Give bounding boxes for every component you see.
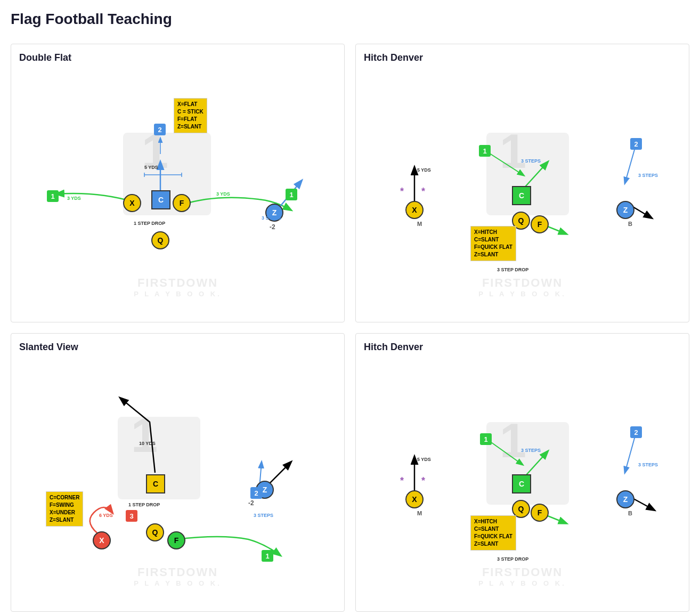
player-c-hd2: C xyxy=(512,474,531,493)
info-box-sv: C=CORNER F=SWING X=UNDER Z=SLANT xyxy=(46,491,83,527)
player-c-df: C xyxy=(151,190,170,209)
player-c-sv: C xyxy=(146,474,165,493)
label-minus2-sv: -2 xyxy=(248,499,254,507)
info-box-hd1: X=HITCH C=SLANT F=QUICK FLAT Z=SLANT xyxy=(470,226,516,261)
num-box-1-sv: 1 xyxy=(262,550,273,562)
label-m-hd2: M xyxy=(417,510,422,516)
label-b-hd2: B xyxy=(628,510,632,516)
num-box-1-hd1: 1 xyxy=(479,145,491,157)
play-card-slanted-view: Slanted View 1 C=CORNER F=SWING X=UNDER … xyxy=(11,333,345,612)
arrows-sv xyxy=(19,358,336,603)
info-box-df: X=FLAT C = STICK F=FLAT Z=SLANT xyxy=(174,98,207,133)
play-title-double-flat: Double Flat xyxy=(19,52,336,63)
player-x-hd2: X xyxy=(405,490,424,508)
num-box-2-hd2: 2 xyxy=(630,426,642,438)
player-q-df: Q xyxy=(151,231,169,249)
play-card-hitch-denver-1: Hitch Denver 1 X=HITCH C=SLANT F=QUICK F… xyxy=(355,44,689,322)
drop-label-df: 1 STEP DROP xyxy=(134,221,165,226)
svg-line-7 xyxy=(486,151,524,175)
player-f-hd1: F xyxy=(531,215,549,233)
svg-line-14 xyxy=(625,434,636,473)
play-title-hd1: Hitch Denver xyxy=(364,52,681,63)
label-minus2-df: -2 xyxy=(270,223,275,231)
player-f-hd2: F xyxy=(531,504,549,522)
num-box-1-hd2: 1 xyxy=(480,433,492,445)
svg-line-13 xyxy=(487,440,523,465)
play-title-sv: Slanted View xyxy=(19,342,336,353)
asterisk-right-hd1: * xyxy=(421,186,425,197)
num-box-1-left-df: 1 xyxy=(47,190,59,202)
num-box-1-right-df: 1 xyxy=(286,189,297,200)
page-title: Flag Football Teaching xyxy=(11,11,689,28)
player-f-sv: F xyxy=(167,531,185,549)
player-z-hd1: Z xyxy=(616,201,634,219)
num-box-3-sv: 3 xyxy=(126,510,137,522)
num-box-2-hd1: 2 xyxy=(630,138,642,150)
play-card-hitch-denver-2: Hitch Denver 1 X=HITCH C=SLANT F=QUICK F… xyxy=(355,333,689,612)
play-title-hd2: Hitch Denver xyxy=(364,342,681,353)
label-b-hd1: B xyxy=(628,221,632,227)
play-area-hd2: 1 X=HITCH C=SLANT F=QUICK FLAT Z=SLANT xyxy=(364,358,681,603)
play-area-sv: 1 C=CORNER F=SWING X=UNDER Z=SLANT xyxy=(19,358,336,603)
drop-label-sv: 1 STEP DROP xyxy=(128,502,160,507)
svg-line-8 xyxy=(625,146,636,183)
play-card-double-flat: Double Flat 1 X=FLAT C = STICK F=FLAT Z=… xyxy=(11,44,345,322)
player-x-hd1: X xyxy=(405,201,424,219)
label-m-hd1: M xyxy=(417,221,422,227)
num-box-2-df: 2 xyxy=(154,124,166,135)
drop-label-hd2: 3 STEP DROP xyxy=(497,556,528,562)
drop-label-hd1: 3 STEP DROP xyxy=(497,267,528,272)
player-f-df: F xyxy=(173,194,191,212)
player-x-sv: X xyxy=(93,531,111,549)
num-box-2-sv: 2 xyxy=(250,487,262,499)
player-x-df: X xyxy=(123,194,141,212)
player-q-sv: Q xyxy=(146,523,164,541)
asterisk-left-hd2: * xyxy=(400,475,404,487)
player-c-hd1: C xyxy=(512,186,531,205)
asterisk-left-hd1: * xyxy=(400,186,404,197)
play-area-hd1: 1 X=HITCH C=SLANT F=QUICK FLAT Z=SLANT xyxy=(364,69,681,314)
info-box-hd2: X=HITCH C=SLANT F=QUICK FLAT Z=SLANT xyxy=(470,515,516,551)
play-area-double-flat: 1 X=FLAT C = STICK F=FLAT Z=SLANT xyxy=(19,69,336,314)
plays-grid: Double Flat 1 X=FLAT C = STICK F=FLAT Z=… xyxy=(11,44,689,612)
player-z-hd2: Z xyxy=(616,490,634,508)
asterisk-right-hd2: * xyxy=(421,475,425,487)
